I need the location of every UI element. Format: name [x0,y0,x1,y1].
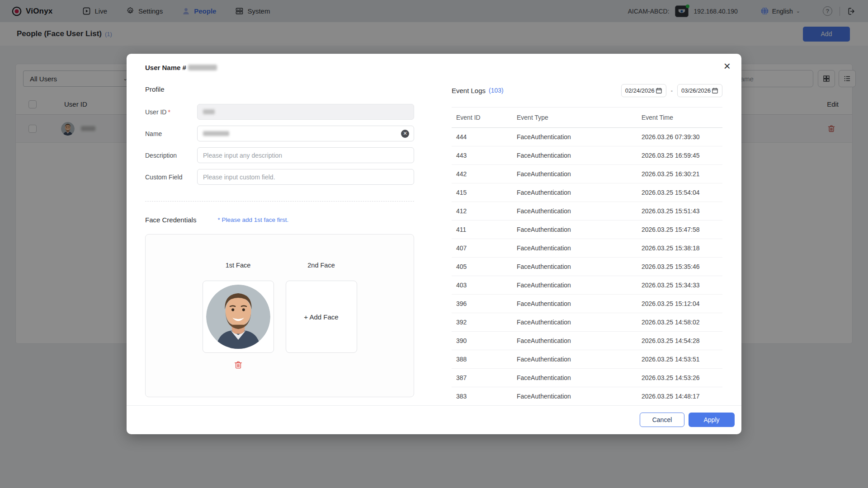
event-time-cell: 2026.03.25 15:12:04 [642,300,722,307]
event-id-cell: 396 [456,300,517,307]
apply-button[interactable]: Apply [689,413,735,427]
event-time-cell: 2026.03.25 15:38:18 [642,244,722,252]
date-separator: - [671,87,673,94]
event-id-cell: 388 [456,356,517,363]
description-input[interactable] [197,147,414,163]
event-table-row: 403 FaceAuthentication 2026.03.25 15:34:… [452,276,722,295]
event-time-cell: 2026.03.25 14:58:02 [642,319,722,326]
event-type-cell: FaceAuthentication [517,319,642,326]
event-time-cell: 2026.03.25 15:35:46 [642,263,722,270]
event-time-cell: 2026.03.25 15:54:04 [642,189,722,196]
event-id-cell: 444 [456,133,517,141]
custom-field-input[interactable] [197,169,414,185]
event-table-row: 407 FaceAuthentication 2026.03.25 15:38:… [452,239,722,258]
clear-name-icon[interactable]: ✕ [401,130,409,138]
column-event-type: Event Type [517,114,642,121]
date-to-input[interactable]: 03/26/2026 [677,84,722,97]
profile-heading: Profile [145,85,414,93]
event-table-row: 444 FaceAuthentication 2026.03.26 07:39:… [452,128,722,146]
modal-footer: Cancel Apply [127,405,741,434]
event-logs-heading: Event Logs [452,87,486,94]
event-type-cell: FaceAuthentication [517,189,642,196]
cancel-button[interactable]: Cancel [640,413,684,427]
event-type-cell: FaceAuthentication [517,244,642,252]
event-table-row: 415 FaceAuthentication 2026.03.25 15:54:… [452,183,722,202]
close-icon[interactable]: × [724,60,731,72]
event-type-cell: FaceAuthentication [517,133,642,141]
first-face-photo [206,285,270,349]
dashed-divider [145,201,414,202]
event-table-body: 444 FaceAuthentication 2026.03.26 07:39:… [452,128,722,406]
redacted-name-value [203,131,229,136]
delete-face-icon[interactable] [233,360,243,370]
event-id-cell: 387 [456,374,517,381]
event-type-cell: FaceAuthentication [517,374,642,381]
event-type-cell: FaceAuthentication [517,337,642,344]
event-time-cell: 2026.03.25 14:54:28 [642,337,722,344]
event-logs-count: (103) [489,87,504,94]
event-time-cell: 2026.03.26 07:39:30 [642,133,722,141]
event-type-cell: FaceAuthentication [517,170,642,178]
event-table-row: 383 FaceAuthentication 2026.03.25 14:48:… [452,387,722,406]
date-to-value: 03/26/2026 [681,87,711,94]
event-id-cell: 392 [456,319,517,326]
event-id-cell: 443 [456,152,517,159]
description-field-row: Description [145,147,414,163]
event-id-cell: 407 [456,244,517,252]
event-id-cell: 411 [456,226,517,233]
event-type-cell: FaceAuthentication [517,300,642,307]
event-table-row: 442 FaceAuthentication 2026.03.25 16:30:… [452,165,722,183]
event-type-cell: FaceAuthentication [517,356,642,363]
event-table-row: 388 FaceAuthentication 2026.03.25 14:53:… [452,350,722,369]
face-credentials-panel: 1st Face 2nd Face + Add Face [145,234,414,397]
modal-title-prefix: User Name # [145,64,186,71]
event-time-cell: 2026.03.25 15:51:43 [642,207,722,215]
event-table-row: 392 FaceAuthentication 2026.03.25 14:58:… [452,313,722,332]
modal-title: User Name # [145,64,217,71]
name-input[interactable]: ✕ [197,126,414,141]
event-table-row: 412 FaceAuthentication 2026.03.25 15:51:… [452,202,722,221]
event-type-cell: FaceAuthentication [517,282,642,289]
event-id-cell: 405 [456,263,517,270]
event-table-row: 405 FaceAuthentication 2026.03.25 15:35:… [452,258,722,276]
column-event-time: Event Time [642,114,722,121]
add-face-button[interactable]: + Add Face [286,281,357,353]
date-from-value: 02/24/2026 [625,87,655,94]
event-type-cell: FaceAuthentication [517,226,642,233]
event-time-cell: 2026.03.25 14:53:51 [642,356,722,363]
event-id-cell: 390 [456,337,517,344]
date-from-input[interactable]: 02/24/2026 [621,84,666,97]
event-time-cell: 2026.03.25 14:48:17 [642,393,722,400]
name-label: Name [145,130,197,137]
first-face-slot: 1st Face [203,262,274,397]
event-logs-column: Event Logs (103) 02/24/2026 - 03/26/2026… [452,81,722,406]
name-field-row: Name ✕ [145,126,414,141]
event-type-cell: FaceAuthentication [517,207,642,215]
redacted-user-id-value [203,109,215,114]
event-time-cell: 2026.03.25 16:59:45 [642,152,722,159]
event-table-row: 387 FaceAuthentication 2026.03.25 14:53:… [452,369,722,387]
date-range: 02/24/2026 - 03/26/2026 [621,84,722,97]
event-id-cell: 403 [456,282,517,289]
event-type-cell: FaceAuthentication [517,263,642,270]
second-face-slot: 2nd Face + Add Face [286,262,357,397]
add-face-label: + Add Face [304,313,338,321]
face-credentials-heading-row: Face Credentials * Please add 1st face f… [145,215,414,224]
second-face-label: 2nd Face [307,262,335,269]
first-face-photo-box[interactable] [203,281,274,353]
event-type-cell: FaceAuthentication [517,393,642,400]
custom-field-row: Custom Field [145,169,414,185]
event-type-cell: FaceAuthentication [517,152,642,159]
event-time-cell: 2026.03.25 15:34:33 [642,282,722,289]
event-table-row: 411 FaceAuthentication 2026.03.25 15:47:… [452,221,722,239]
calendar-icon [656,87,662,94]
event-table-header: Event ID Event Type Event Time [452,107,722,128]
custom-field-label: Custom Field [145,174,197,181]
event-time-cell: 2026.03.25 16:30:21 [642,170,722,178]
face-hint-text: * Please add 1st face first. [217,216,288,223]
description-label: Description [145,152,197,159]
event-time-cell: 2026.03.25 15:47:58 [642,226,722,233]
redacted-user-name [188,65,217,70]
event-table-row: 396 FaceAuthentication 2026.03.25 15:12:… [452,295,722,313]
event-id-cell: 415 [456,189,517,196]
